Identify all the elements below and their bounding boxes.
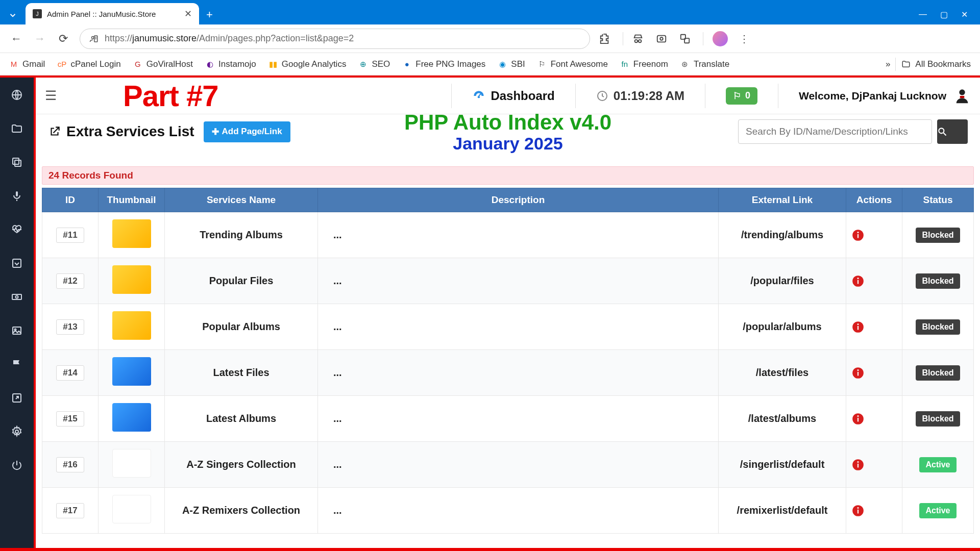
status-badge[interactable]: Blocked	[916, 228, 960, 243]
row-thumbnail[interactable]	[112, 357, 151, 386]
row-thumbnail[interactable]	[112, 495, 151, 523]
row-id: #14	[56, 365, 84, 381]
row-link: /popular/files	[719, 258, 846, 304]
translate-icon[interactable]	[679, 33, 694, 44]
sidebar-item-money[interactable]	[8, 288, 26, 306]
all-bookmarks-button[interactable]: All Bookmarks	[901, 59, 971, 69]
bookmark-fontawesome[interactable]: ⚐Font Awesome	[537, 59, 608, 69]
browser-tab[interactable]: J Admin Panel :: JanuMusic.Store ✕	[26, 3, 199, 24]
bookmarks-overflow[interactable]: »	[886, 59, 890, 69]
svg-point-8	[660, 37, 663, 40]
bookmark-translate[interactable]: ⊛Translate	[680, 59, 729, 69]
maximize-button[interactable]: ▢	[940, 10, 948, 19]
info-icon[interactable]	[851, 366, 897, 380]
sidebar-item-copy[interactable]	[8, 153, 26, 171]
sidebar-item-folder[interactable]	[8, 119, 26, 138]
minimize-button[interactable]: —	[919, 10, 927, 19]
svg-point-39	[857, 369, 859, 371]
status-badge[interactable]: Active	[919, 457, 956, 472]
svg-rect-47	[857, 509, 859, 513]
notifications-badge[interactable]: ⚐ 0	[726, 87, 757, 105]
bookmark-instamojo[interactable]: ◐Instamojo	[205, 59, 256, 69]
menu-toggle-icon[interactable]: ☰	[45, 88, 57, 104]
row-thumbnail[interactable]	[112, 265, 151, 294]
row-id: #17	[56, 503, 84, 518]
close-window-button[interactable]: ✕	[961, 10, 968, 19]
row-name: Popular Files	[165, 258, 318, 304]
add-page-button[interactable]: ✚ Add Page/Link	[204, 121, 290, 142]
row-id: #11	[56, 228, 84, 243]
services-table: ID Thumbnail Services Name Description E…	[42, 188, 974, 534]
back-button[interactable]: ←	[9, 32, 23, 45]
status-badge[interactable]: Blocked	[916, 319, 960, 335]
info-icon[interactable]	[851, 458, 897, 471]
bookmark-gmail[interactable]: MGmail	[9, 59, 45, 69]
sidebar-item-power[interactable]	[8, 456, 26, 474]
row-id: #15	[56, 411, 84, 427]
extensions-icon[interactable]	[599, 33, 614, 44]
reload-button[interactable]: ⟳	[56, 32, 70, 45]
th-name: Services Name	[165, 188, 318, 212]
incognito-icon[interactable]	[632, 33, 647, 44]
svg-point-33	[857, 278, 859, 279]
url-text: https://janumusic.store/Admin/pages.php?…	[105, 33, 354, 44]
row-thumbnail[interactable]	[112, 219, 151, 248]
svg-rect-18	[13, 327, 21, 334]
bookmark-goviralhost[interactable]: GGoViralHost	[133, 59, 193, 69]
status-badge[interactable]: Active	[919, 503, 956, 518]
th-thumbnail: Thumbnail	[99, 188, 165, 212]
dashboard-link[interactable]: Dashboard	[472, 89, 554, 103]
sidebar-item-flag[interactable]	[8, 355, 26, 373]
status-badge[interactable]: Blocked	[916, 365, 960, 381]
search-button[interactable]	[937, 119, 968, 144]
table-row: #15 Latest Albums ... /latest/albums Blo…	[42, 396, 974, 442]
browser-toolbar: ← → ⟳ https://janumusic.store/Admin/page…	[0, 24, 980, 53]
row-thumbnail[interactable]	[112, 449, 151, 478]
sidebar-item-image[interactable]	[8, 321, 26, 340]
forward-button[interactable]: →	[33, 32, 47, 45]
sidebar-item-external[interactable]	[8, 389, 26, 407]
bookmark-analytics[interactable]: ▮▮Google Analytics	[268, 59, 347, 69]
table-header-row: ID Thumbnail Services Name Description E…	[42, 188, 974, 212]
lens-icon[interactable]	[656, 33, 670, 44]
search-input[interactable]	[738, 119, 932, 144]
row-thumbnail[interactable]	[112, 311, 151, 340]
site-info-icon[interactable]	[89, 34, 99, 43]
sidebar-item-mic[interactable]	[8, 187, 26, 205]
window-controls: — ▢ ✕	[906, 10, 980, 24]
svg-point-36	[857, 323, 859, 325]
info-icon[interactable]	[851, 229, 897, 242]
tab-close-icon[interactable]: ✕	[184, 8, 192, 19]
row-name: Latest Files	[165, 350, 318, 396]
user-avatar-icon[interactable]	[953, 87, 971, 105]
bookmark-cpanel[interactable]: cPcPanel Login	[57, 59, 120, 69]
row-thumbnail[interactable]	[112, 403, 151, 432]
status-badge[interactable]: Blocked	[916, 273, 960, 289]
sidebar-item-settings[interactable]	[8, 422, 26, 441]
tab-search-button[interactable]	[0, 6, 26, 24]
new-tab-button[interactable]: +	[199, 8, 220, 24]
info-icon[interactable]	[851, 504, 897, 517]
svg-point-5	[639, 39, 642, 42]
th-description: Description	[318, 188, 719, 212]
sidebar-item-globe[interactable]	[8, 86, 26, 104]
row-description: ...	[318, 258, 719, 304]
clock-display: 01:19:28 AM	[596, 89, 684, 103]
info-icon[interactable]	[851, 412, 897, 425]
status-badge[interactable]: Blocked	[916, 411, 960, 427]
profile-avatar[interactable]	[713, 31, 728, 46]
sidebar-item-heart[interactable]	[8, 220, 26, 239]
bookmark-freenom[interactable]: fnFreenom	[620, 59, 668, 69]
info-icon[interactable]	[851, 274, 897, 288]
address-bar[interactable]: https://janumusic.store/Admin/pages.php?…	[80, 29, 590, 49]
plus-icon: ✚	[212, 127, 219, 137]
bookmark-freepng[interactable]: ●Free PNG Images	[402, 59, 485, 69]
bookmark-sbi[interactable]: ◉SBI	[498, 59, 525, 69]
row-link: /latest/files	[719, 350, 846, 396]
kebab-menu-icon[interactable]: ⋮	[737, 33, 751, 45]
sidebar-item-archive[interactable]	[8, 254, 26, 272]
info-icon[interactable]	[851, 320, 897, 334]
services-table-wrap[interactable]: ID Thumbnail Services Name Description E…	[42, 188, 974, 534]
svg-rect-44	[857, 463, 859, 467]
bookmark-seo[interactable]: ⊕SEO	[358, 59, 390, 69]
